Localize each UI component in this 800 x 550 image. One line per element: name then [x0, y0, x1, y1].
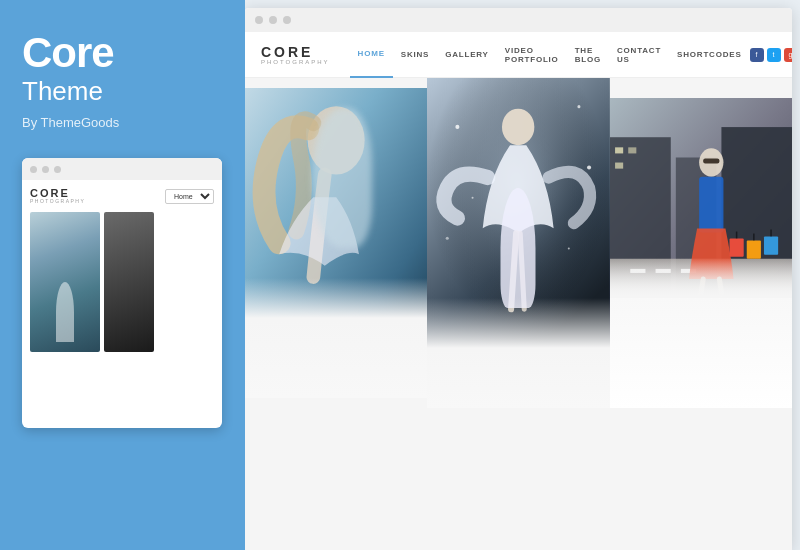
facebook-icon[interactable]: f [750, 48, 764, 62]
mini-browser-content: CORE PHOTOGRAPHY Home [22, 180, 222, 352]
twitter-icon[interactable]: t [767, 48, 781, 62]
main-nav-social-icons: f t g p in y [750, 48, 792, 62]
svg-point-10 [502, 109, 534, 145]
right-panel: CORE PHOTOGRAPHY HOME SKINS GALLERY VIDE… [245, 0, 800, 550]
svg-rect-31 [764, 236, 778, 254]
mini-images [30, 212, 214, 352]
main-browser: CORE PHOTOGRAPHY HOME SKINS GALLERY VIDE… [245, 8, 792, 550]
mini-image-right [104, 212, 154, 352]
mini-browser-bar [22, 158, 222, 180]
gallery-col-center [427, 78, 609, 408]
googleplus-icon[interactable]: g [784, 48, 792, 62]
nav-item-home[interactable]: HOME [350, 32, 393, 78]
svg-point-8 [446, 237, 449, 240]
theme-by: By ThemeGoods [22, 115, 119, 130]
main-dot-1 [255, 16, 263, 24]
main-nav-logo: CORE PHOTOGRAPHY [261, 45, 330, 65]
svg-point-7 [587, 165, 591, 169]
mini-dot-green [54, 166, 61, 173]
svg-rect-22 [655, 269, 670, 273]
mini-home-select[interactable]: Home [165, 189, 214, 204]
svg-rect-26 [699, 177, 723, 233]
main-content [245, 78, 792, 550]
main-nav-items: HOME SKINS GALLERY VIDEO PORTFOLIO THE B… [350, 32, 750, 78]
nav-item-shortcodes[interactable]: SHORTCODES [669, 32, 749, 78]
svg-rect-23 [681, 269, 696, 273]
svg-rect-25 [703, 158, 719, 163]
theme-subtitle: Theme [22, 76, 119, 107]
mini-logo-photo: PHOTOGRAPHY [30, 199, 85, 204]
main-nav: CORE PHOTOGRAPHY HOME SKINS GALLERY VIDE… [245, 32, 792, 78]
svg-line-28 [719, 279, 722, 298]
main-nav-logo-photo: PHOTOGRAPHY [261, 59, 330, 65]
main-nav-logo-core: CORE [261, 45, 330, 59]
gallery-right-fade [610, 258, 792, 298]
nav-item-gallery[interactable]: GALLERY [437, 32, 497, 78]
svg-rect-16 [721, 127, 792, 298]
nav-item-the-blog[interactable]: THE BLOG [567, 32, 609, 78]
left-panel: Core Theme By ThemeGoods CORE PHOTOGRAPH… [0, 0, 245, 550]
nav-item-skins[interactable]: SKINS [393, 32, 437, 78]
svg-point-4 [456, 125, 460, 129]
svg-point-6 [472, 197, 474, 199]
svg-point-9 [568, 247, 570, 249]
gallery-right-below [610, 298, 792, 408]
main-dot-3 [283, 16, 291, 24]
svg-rect-21 [630, 269, 645, 273]
svg-line-27 [700, 279, 703, 298]
svg-line-11 [511, 233, 516, 309]
gallery-left-fade [245, 318, 427, 398]
svg-rect-29 [729, 239, 743, 257]
svg-rect-30 [746, 241, 760, 259]
mini-image-left [30, 212, 100, 352]
svg-rect-20 [610, 259, 792, 298]
nav-item-video-portfolio[interactable]: VIDEO PORTFOLIO [497, 32, 567, 78]
mini-nav: CORE PHOTOGRAPHY Home [30, 188, 214, 204]
theme-name-block: Core Theme By ThemeGoods [22, 30, 119, 158]
mini-logo: CORE PHOTOGRAPHY [30, 188, 85, 204]
mini-dot-yellow [42, 166, 49, 173]
gallery-image-center [427, 78, 609, 348]
gallery-col-left [245, 78, 427, 398]
svg-rect-18 [628, 147, 636, 153]
main-browser-bar [245, 8, 792, 32]
theme-title: Core [22, 30, 119, 76]
mini-browser-preview: CORE PHOTOGRAPHY Home [22, 158, 222, 428]
svg-point-5 [578, 105, 581, 108]
svg-rect-14 [610, 137, 671, 298]
gallery-image-right [610, 98, 792, 298]
gallery [245, 78, 792, 550]
main-dot-2 [269, 16, 277, 24]
gallery-center-fade [427, 348, 609, 408]
nav-item-contact-us[interactable]: CONTACT US [609, 32, 669, 78]
svg-rect-17 [615, 147, 623, 153]
gallery-image-left [245, 88, 427, 318]
mini-dot-red [30, 166, 37, 173]
gallery-col-right [610, 78, 792, 408]
svg-rect-19 [615, 163, 623, 169]
svg-line-12 [521, 233, 525, 309]
